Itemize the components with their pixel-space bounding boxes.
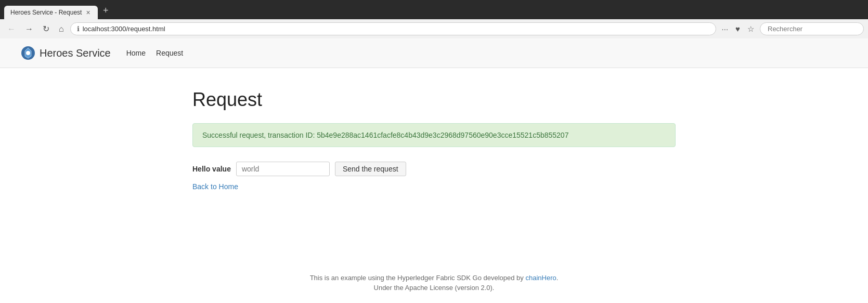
browser-chrome: Heroes Service - Request × + <box>0 0 868 19</box>
footer: This is an example using the Hyperledger… <box>0 253 868 303</box>
address-text: localhost:3000/request.html <box>83 25 709 33</box>
page-title: Request <box>192 89 676 111</box>
pocket-button[interactable]: ♥ <box>733 23 743 35</box>
send-request-button[interactable]: Send the request <box>335 162 406 176</box>
bookmark-button[interactable]: ☆ <box>745 23 757 35</box>
refresh-button[interactable]: ↻ <box>40 23 53 35</box>
tab-close-button[interactable]: × <box>86 9 90 16</box>
nav-links: Home Request <box>126 49 184 57</box>
address-bar[interactable]: ℹ localhost:3000/request.html <box>70 22 716 35</box>
footer-text-after: . <box>556 274 559 282</box>
home-button[interactable]: ⌂ <box>56 23 67 35</box>
footer-text-before: This is an example using the Hyperledger… <box>310 274 526 282</box>
brand-link[interactable]: Heroes Service <box>21 46 111 60</box>
svg-point-2 <box>26 51 30 55</box>
nav-request-link[interactable]: Request <box>156 49 183 57</box>
back-button[interactable]: ← <box>4 23 19 35</box>
nav-actions: ··· ♥ ☆ <box>719 23 757 35</box>
page-navbar: Heroes Service Home Request <box>0 38 868 68</box>
tab-bar: Heroes Service - Request × + <box>4 3 864 19</box>
forward-button[interactable]: → <box>22 23 36 35</box>
nav-home-link[interactable]: Home <box>126 49 146 57</box>
hello-label: Hello value <box>192 165 231 173</box>
browser-nav-bar: ← → ↻ ⌂ ℹ localhost:3000/request.html ··… <box>0 19 868 38</box>
footer-line1: This is an example using the Hyperledger… <box>10 274 858 282</box>
chainhero-link[interactable]: chainHero <box>525 274 556 282</box>
main-content: Request Successful request, transaction … <box>0 68 868 212</box>
footer-line2: Under the Apache License (version 2.0). <box>10 284 858 292</box>
new-tab-button[interactable]: + <box>99 3 113 18</box>
tab-title: Heroes Service - Request <box>10 9 82 16</box>
success-alert: Successful request, transaction ID: 5b4e… <box>192 123 676 147</box>
brand-name: Heroes Service <box>40 47 111 59</box>
more-button[interactable]: ··· <box>719 23 731 35</box>
security-icon: ℹ <box>77 25 80 33</box>
hello-input[interactable] <box>236 162 330 176</box>
active-tab[interactable]: Heroes Service - Request × <box>4 6 98 19</box>
form-row: Hello value Send the request <box>192 162 676 176</box>
search-input[interactable] <box>760 22 864 35</box>
brand-icon <box>21 46 35 60</box>
back-to-home-link[interactable]: Back to Home <box>192 182 238 191</box>
